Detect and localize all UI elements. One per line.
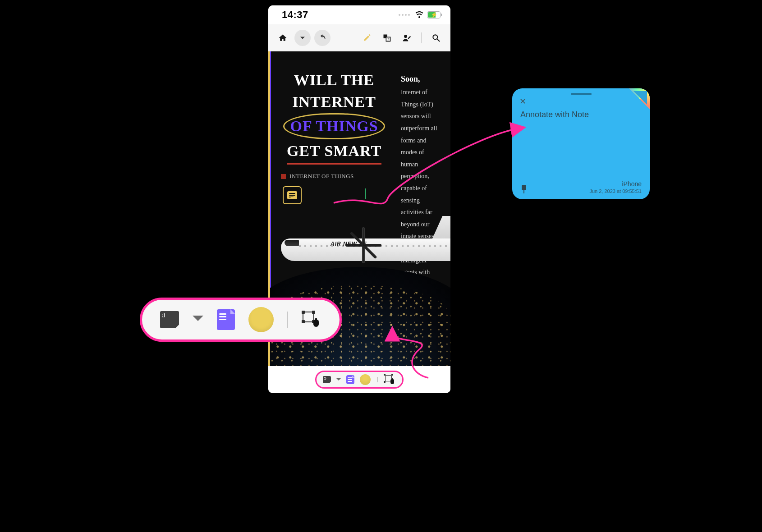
status-bar: 14:37 ⚡	[268, 5, 450, 24]
color-swatch[interactable]	[248, 307, 274, 332]
toolbar-separator	[421, 32, 422, 43]
drag-handle-icon[interactable]	[571, 93, 592, 95]
note-device: iPhone	[589, 180, 642, 188]
svg-point-3	[404, 35, 407, 38]
tag-label: INTERNET OF THINGS	[289, 173, 354, 180]
charging-icon: ⚡	[427, 12, 440, 18]
page-tool[interactable]	[217, 309, 235, 330]
color-swatch-icon	[248, 307, 274, 332]
home-icon	[278, 33, 287, 42]
sticky-tool[interactable]	[160, 311, 179, 328]
color-swatch-icon	[360, 374, 371, 385]
highlighter-button[interactable]	[359, 30, 375, 46]
sticky-note-icon	[323, 376, 331, 383]
note-timestamp: Jun 2, 2023 at 09:55:51	[589, 188, 642, 194]
dock-expand-small[interactable]	[336, 378, 341, 383]
note-meta: iPhone Jun 2, 2023 at 09:55:51	[589, 180, 642, 194]
undo-button[interactable]	[314, 30, 331, 46]
transform-icon	[384, 374, 396, 385]
transform-tool[interactable]	[302, 311, 321, 329]
headline-line-4: GET SMART	[287, 140, 381, 165]
intro-lead: Soon,	[401, 74, 420, 83]
page-icon	[346, 375, 354, 384]
pin-icon[interactable]	[520, 185, 528, 194]
chevron-down-icon	[298, 33, 307, 42]
transform-tool-small[interactable]	[384, 374, 396, 385]
note-popover[interactable]: ✕ Annotate with Note iPhone Jun 2, 2023 …	[512, 88, 650, 199]
app-toolbar: T	[268, 24, 450, 51]
headline-line-1: WILL THE	[281, 69, 387, 91]
search-icon	[431, 33, 441, 42]
highlighter-icon	[363, 33, 372, 42]
sticky-note-icon	[160, 311, 179, 328]
tag-square-icon	[281, 174, 286, 179]
dock-expand[interactable]	[193, 316, 203, 326]
dock-separator	[287, 312, 288, 328]
sticky-tool-small[interactable]	[323, 376, 331, 383]
color-swatch-small[interactable]	[360, 374, 371, 385]
cellular-icon	[399, 14, 410, 16]
text-tool-button[interactable]: T	[379, 30, 395, 46]
page-icon	[217, 309, 235, 330]
dock-separator	[377, 377, 378, 382]
search-button[interactable]	[428, 30, 444, 46]
page-tool-small[interactable]	[346, 375, 354, 384]
note-title[interactable]: Annotate with Note	[520, 110, 642, 119]
headline-line-3-highlighted: OF THINGS	[283, 113, 385, 139]
article-headline: WILL THE INTERNET OF THINGS GET SMART	[281, 69, 387, 165]
undo-icon	[318, 33, 327, 42]
annotation-dock-zoom	[140, 298, 342, 342]
photo-tool-button[interactable]	[399, 30, 415, 46]
airline-label: AIR NEW ZE	[331, 241, 367, 247]
text-box-icon: T	[382, 33, 391, 42]
transform-icon	[302, 311, 321, 329]
wifi-icon	[414, 11, 424, 18]
avatar-edit-icon	[402, 33, 411, 42]
airplane-graphic: AIR NEW ZE	[281, 214, 450, 277]
headline-line-2: INTERNET	[281, 91, 387, 113]
close-button[interactable]: ✕	[519, 96, 526, 106]
annotation-dock-small	[315, 371, 404, 389]
status-icons: ⚡	[399, 11, 441, 18]
color-peel-icon[interactable]	[629, 88, 650, 109]
status-time: 14:37	[282, 9, 308, 21]
home-button[interactable]	[275, 30, 291, 46]
page-menu-button[interactable]	[294, 30, 311, 46]
phone-bottom-bar	[268, 366, 450, 393]
svg-line-5	[437, 39, 440, 41]
battery-icon: ⚡	[427, 11, 441, 18]
article-tag: INTERNET OF THINGS	[281, 173, 387, 180]
